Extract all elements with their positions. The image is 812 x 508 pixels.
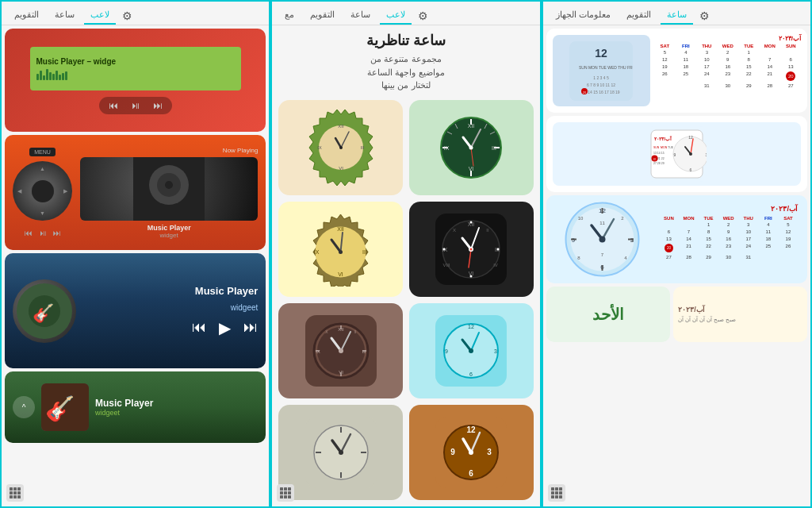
svg-text:IX: IX: [444, 145, 450, 151]
modern-info: Music Player widgeet ⏮ ▶ ⏭: [84, 285, 258, 337]
svg-text:VI: VI: [469, 166, 474, 171]
clock-cell-gray[interactable]: [278, 405, 403, 500]
svg-text:3: 3: [494, 348, 497, 354]
clock-cell-dark[interactable]: XII VI IX III II X IV VIII: [409, 202, 534, 297]
now-playing-label: Now Playing: [80, 147, 258, 154]
modern-next[interactable]: ⏭: [243, 319, 258, 336]
next-btn-radio[interactable]: ⏭: [153, 100, 163, 111]
clock-section-header: ساعة تناظرية مجموعة متنوعة من مواضيع واج…: [278, 32, 533, 92]
svg-text:III: III: [362, 249, 367, 255]
svg-text:6  7  8  9 10 11 12: 6 7 8 9 10 11 12: [587, 83, 615, 87]
svg-text:🎸: 🎸: [33, 302, 55, 324]
svg-text:12: 12: [467, 425, 477, 434]
svg-point-76: [339, 348, 343, 353]
bottom-subtitle: widgeet: [95, 409, 258, 417]
svg-point-53: [470, 275, 473, 277]
tab-player-1[interactable]: لاعب: [84, 6, 116, 25]
svg-text:آب/٢٠٢٣: آب/٢٠٢٣: [654, 136, 672, 141]
cal-widget-1: 12 SUN MON TUE WED THU FRI SAT 1 2 3 4 5…: [546, 29, 807, 113]
gear-icon-1[interactable]: ⚙: [122, 10, 132, 22]
tab-calendar-3[interactable]: التقويم: [620, 6, 657, 25]
expand-btn[interactable]: ^: [13, 396, 35, 418]
svg-text:XII: XII: [468, 123, 475, 129]
tab-player-2[interactable]: لاعب: [380, 6, 412, 25]
clock-cell-minimal[interactable]: 12 6 9 3: [409, 303, 534, 398]
clock-cell-antique[interactable]: XII VI IX III: [278, 202, 403, 297]
tab-calendar-1[interactable]: التقويم: [8, 6, 45, 25]
svg-point-121: [689, 152, 692, 156]
svg-text:🎸: 🎸: [45, 394, 75, 423]
bottom-title: Music Player: [95, 398, 258, 409]
svg-point-16: [339, 146, 343, 149]
svg-text:VI: VI: [338, 271, 343, 277]
clock-cell-orange[interactable]: 12 3 9 6: [409, 405, 534, 500]
svg-text:IX: IX: [317, 145, 322, 150]
modern-subtitle: widgeet: [231, 303, 258, 312]
play-btn-radio[interactable]: ⏯: [131, 100, 140, 111]
svg-point-52: [470, 221, 473, 223]
tab-device-3[interactable]: معلومات الجهاز: [550, 6, 617, 25]
clock-mini-1: 12 SUN MON TUE WED THU FRI SAT 1 2 3 4 5…: [553, 35, 650, 106]
panel-calendar: ⚙ ساعة التقويم معلومات الجهاز 12 SUN MON…: [542, 0, 812, 508]
grid-view-btn-3[interactable]: [548, 484, 565, 502]
tab-clock-1[interactable]: ساعة: [48, 6, 81, 25]
svg-text:13 14 15: 13 14 15: [653, 152, 665, 155]
ipod-thumb: [80, 157, 258, 221]
svg-text:12: 12: [468, 324, 474, 329]
svg-text:3: 3: [705, 152, 706, 157]
widget-modern: 🎸 Music Player widgeet ⏮ ▶ ⏭: [5, 253, 266, 368]
widget-bottom: ^ 🎸 Music Player widgeet: [5, 371, 266, 443]
tab-clock-3[interactable]: ساعة: [661, 6, 693, 25]
svg-text:SUN MON TUE WED THU FRI SAT: SUN MON TUE WED THU FRI SAT: [579, 65, 633, 70]
svg-text:XII: XII: [338, 124, 344, 129]
ipod-play[interactable]: ⏯: [39, 229, 47, 237]
modern-prev[interactable]: ⏮: [192, 319, 206, 336]
radio-controls: ⏮ ⏯ ⏭: [99, 97, 172, 114]
wheel-bottom: ▼: [40, 210, 45, 216]
tab-clock-2[interactable]: ساعة: [344, 6, 377, 25]
grid-view-btn-1[interactable]: [6, 484, 24, 502]
prev-btn-radio[interactable]: ⏮: [109, 100, 118, 111]
panel3-content: 12 SUN MON TUE WED THU FRI SAT 1 2 3 4 5…: [543, 25, 810, 506]
modern-title: Music Player: [195, 285, 259, 297]
modern-controls: ⏮ ▶ ⏭: [192, 318, 258, 337]
gear-icon-2[interactable]: ⚙: [418, 10, 428, 22]
wheel-top: ▲: [40, 166, 45, 171]
svg-point-85: [469, 348, 473, 353]
panel1-content: Music Player – widge ⏮ ⏯ ⏭: [2, 25, 269, 506]
cal-right-3: آب/٢٠٢٣ SUN MON TUE WED THU FRI SAT 1234…: [656, 202, 801, 277]
ipod-wheel[interactable]: ▲ ▼ ◀ ▶: [13, 161, 72, 221]
svg-text:III: III: [492, 145, 496, 151]
svg-point-103: [469, 450, 473, 455]
svg-text:VIII: VIII: [443, 263, 450, 267]
modern-play[interactable]: ▶: [219, 318, 231, 337]
svg-point-33: [469, 145, 473, 149]
date-sub: صبح صبح آن آن آن آن آن: [678, 317, 736, 323]
svg-text:1  2  3  4  5: 1 2 3 4 5: [593, 75, 609, 80]
grid-view-btn-2[interactable]: [277, 484, 294, 502]
svg-text:13 14 15 16 17 18 19: 13 14 15 16 17 18 19: [582, 90, 619, 94]
clock-header-title: ساعة تناظرية: [278, 32, 533, 49]
svg-text:20: 20: [583, 90, 587, 94]
clock-cell-badge[interactable]: XII VI IX III: [278, 100, 403, 195]
cal-year-3: آب/٢٠٢٣: [659, 205, 798, 213]
tab-extra-2[interactable]: مع: [278, 6, 301, 25]
tab-calendar-2[interactable]: التقويم: [304, 6, 341, 25]
clock-cell-wood[interactable]: XII VI IX III II X: [278, 303, 403, 398]
ipod-menu-label: MENU: [29, 148, 56, 156]
ipod-next[interactable]: ⏭: [53, 229, 61, 237]
svg-point-55: [497, 248, 500, 250]
gear-icon-3[interactable]: ⚙: [699, 10, 710, 22]
bottom-thumb: 🎸: [41, 383, 89, 431]
svg-text:9: 9: [673, 152, 676, 157]
radio-screen: Music Player – widge: [30, 47, 241, 90]
ipod-prev[interactable]: ⏮: [25, 229, 33, 237]
svg-text:II: II: [487, 228, 490, 233]
grid-icon-1: [10, 487, 21, 498]
ipod-left: MENU ▲ ▼ ◀ ▶ ⏮ ⏯ ⏭: [13, 148, 72, 237]
svg-point-3: [165, 181, 173, 189]
widget-radio: Music Player – widge ⏮ ⏯ ⏭: [5, 29, 266, 132]
clock-cell-simple[interactable]: XII VI IX III: [409, 100, 534, 195]
svg-text:IV: IV: [493, 263, 498, 267]
svg-text:9: 9: [451, 448, 456, 456]
